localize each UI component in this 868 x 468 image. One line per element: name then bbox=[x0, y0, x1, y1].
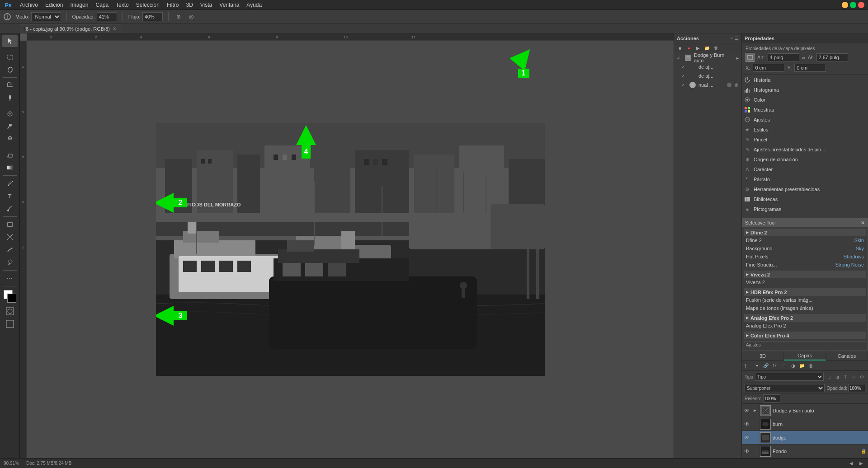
panel-item-pincel[interactable]: ✎ Pincel bbox=[742, 135, 868, 145]
panel-item-muestras[interactable]: Muestras bbox=[742, 105, 868, 115]
st-hdr-title[interactable]: ▸ HDR Efex Pro 2 bbox=[744, 288, 866, 296]
layer-vis-icon-dodge[interactable]: 👁 bbox=[744, 435, 750, 441]
filter-pixel-icon[interactable]: □ bbox=[826, 373, 833, 380]
panel-item-color[interactable]: Color bbox=[742, 95, 868, 105]
filter-select[interactable]: Tipo bbox=[755, 373, 824, 381]
layers-filter-type[interactable]: ▾ bbox=[753, 362, 761, 370]
panel-item-origen[interactable]: ⊕ Origen de clonación bbox=[742, 154, 868, 164]
panel-item-histograma[interactable]: Histograma bbox=[742, 85, 868, 95]
mode-select[interactable]: Normal bbox=[31, 12, 61, 21]
selective-tool-header[interactable]: Selective Tool ✕ bbox=[742, 219, 868, 227]
menu-texto[interactable]: Texto bbox=[112, 1, 132, 9]
menu-edicion[interactable]: Edición bbox=[42, 1, 66, 9]
menu-vista[interactable]: Vista bbox=[197, 1, 216, 9]
st-hdr-row-0[interactable]: Fusión (serie de varias imág... bbox=[744, 296, 866, 304]
action-delete-icon[interactable]: 🗑 bbox=[734, 83, 739, 88]
opacity-value-input[interactable] bbox=[848, 384, 865, 392]
action-item-1[interactable]: ✓ de aj... bbox=[674, 62, 741, 71]
layer-vis-icon-burn[interactable]: 👁 bbox=[744, 421, 750, 427]
st-section-dfine2-title[interactable]: ▸ Dfine 2 bbox=[744, 229, 866, 236]
layer-group-dodge-burn[interactable]: 👁 Dodge y Burn auto bbox=[742, 404, 868, 417]
panel-item-ajustes[interactable]: Ajustes bbox=[742, 115, 868, 125]
panel-item-historia[interactable]: Historia bbox=[742, 75, 868, 85]
more-tools[interactable]: ··· bbox=[2, 272, 18, 284]
layers-fx-icon[interactable]: fx bbox=[771, 362, 779, 370]
action-group-dodge-burn[interactable]: ✓ □ Dodge y Burn auto ▸ bbox=[674, 53, 741, 62]
menu-seleccion[interactable]: Selección bbox=[132, 1, 163, 9]
acciones-menu-icon[interactable]: ☰ bbox=[735, 36, 739, 41]
statusbar-arrow-left[interactable]: ◀ bbox=[848, 460, 854, 467]
pen-tool[interactable] bbox=[2, 178, 18, 189]
text-tool[interactable]: T bbox=[2, 190, 18, 202]
action-item-3[interactable]: ✓ nual ... 🗑 bbox=[674, 80, 741, 89]
statusbar-arrow-right[interactable]: ▶ bbox=[858, 460, 864, 467]
layer-vis-icon-group[interactable]: 👁 bbox=[744, 407, 750, 414]
panel-item-ajustes-preest[interactable]: ✎ Ajustes preestablecidos de pin... bbox=[742, 145, 868, 154]
al-input[interactable] bbox=[816, 53, 848, 61]
minimize-button[interactable] bbox=[842, 2, 848, 8]
brush-options-icon[interactable]: ⊕ bbox=[174, 12, 183, 21]
smudge-tool[interactable] bbox=[2, 244, 18, 256]
st-colorefex-title[interactable]: ▸ Color Efex Pro 4 bbox=[744, 332, 866, 339]
acc-record-btn[interactable]: ● bbox=[685, 44, 693, 52]
panel-item-pictogramas[interactable]: ◈ Pictogramas bbox=[742, 204, 868, 214]
menu-ventana[interactable]: Ventana bbox=[216, 1, 243, 9]
move-tool[interactable] bbox=[2, 35, 18, 47]
st-viveza2-row-0[interactable]: Viveza 2 bbox=[744, 278, 866, 286]
filter-shape-icon[interactable]: ◇ bbox=[850, 373, 857, 380]
path-tool[interactable] bbox=[2, 203, 18, 215]
fill-value-input[interactable] bbox=[763, 394, 780, 402]
panel-item-caracter[interactable]: A Carácter bbox=[742, 164, 868, 174]
st-hdr-row-1[interactable]: Mapa de tonos (imagen única) bbox=[744, 304, 866, 312]
x-input[interactable] bbox=[753, 64, 784, 72]
menu-archivo[interactable]: Archivo bbox=[16, 1, 42, 9]
dodge-tool[interactable] bbox=[2, 257, 18, 268]
menu-filtro[interactable]: Filtro bbox=[163, 1, 183, 9]
crop-tool[interactable] bbox=[2, 80, 18, 91]
selective-tool-close-icon[interactable]: ✕ bbox=[861, 220, 865, 226]
layer-burn[interactable]: 👁 burn bbox=[742, 417, 868, 431]
menu-ayuda[interactable]: Ayuda bbox=[243, 1, 265, 9]
filter-adj-icon[interactable]: ◑ bbox=[834, 373, 841, 380]
transform-tool[interactable] bbox=[2, 231, 18, 243]
filter-smart-icon[interactable]: ⚙ bbox=[858, 373, 865, 380]
layers-folder-icon[interactable]: 📁 bbox=[798, 362, 806, 370]
layers-link-icon[interactable]: 🔗 bbox=[762, 362, 770, 370]
flow-input[interactable] bbox=[142, 12, 163, 21]
st-dfine2-row-0[interactable]: Dfine 2 Skin bbox=[744, 236, 866, 244]
lasso-tool[interactable] bbox=[2, 64, 18, 75]
screen-mode-tool[interactable] bbox=[2, 318, 18, 330]
layer-expand-icon[interactable] bbox=[752, 408, 758, 413]
layer-dodge[interactable]: 👁 dodge bbox=[742, 431, 868, 445]
y-input[interactable] bbox=[794, 64, 826, 72]
panel-item-bibliotecas[interactable]: Bibliotecas bbox=[742, 194, 868, 204]
quick-mask-tool[interactable] bbox=[2, 305, 18, 317]
menu-capa[interactable]: Capa bbox=[92, 1, 112, 9]
st-viveza2-title[interactable]: ▸ Viveza 2 bbox=[744, 271, 866, 278]
document-tab[interactable]: I8 - copia.jpg al 90,9% (dodge, RGB/8) ✕ bbox=[20, 24, 121, 33]
filter-text-icon[interactable]: T bbox=[842, 373, 849, 380]
st-dfine2-row-3[interactable]: Fine Structu... Strong Noise bbox=[744, 261, 866, 269]
layers-adj-icon[interactable]: ◑ bbox=[789, 362, 797, 370]
menu-imagen[interactable]: Imagen bbox=[66, 1, 92, 9]
shape-tool[interactable] bbox=[2, 219, 18, 230]
eraser-tool[interactable] bbox=[2, 149, 18, 161]
st-dfine2-row-1[interactable]: Background Sky bbox=[744, 244, 866, 253]
clone-stamp-tool[interactable] bbox=[2, 133, 18, 145]
panel-item-estilos[interactable]: ★ Estilos bbox=[742, 125, 868, 135]
action-expand-icon[interactable]: ▸ bbox=[736, 56, 739, 61]
st-dfine2-row-2[interactable]: Hot Pixels Shadows bbox=[744, 253, 866, 261]
eyedropper-tool[interactable] bbox=[2, 92, 18, 104]
airbrush-icon[interactable]: ◎ bbox=[187, 12, 196, 21]
healing-brush-tool[interactable] bbox=[2, 108, 18, 120]
panel-item-parrafo[interactable]: ¶ Párrafo bbox=[742, 174, 868, 184]
st-analog-title[interactable]: ▸ Analog Efex Pro 2 bbox=[744, 314, 866, 322]
layers-mask-icon[interactable]: □ bbox=[780, 362, 788, 370]
brush-tool[interactable] bbox=[2, 121, 18, 132]
acc-stop-btn[interactable]: ■ bbox=[676, 44, 684, 52]
layer-vis-icon-fondo[interactable]: 👁 bbox=[744, 448, 750, 454]
layer-fondo[interactable]: 👁 Fondo 🔒 bbox=[742, 445, 868, 458]
blend-mode-select[interactable]: Superponer bbox=[745, 384, 825, 392]
tab-canales[interactable]: Canales bbox=[826, 351, 868, 360]
tab-capas[interactable]: Capas bbox=[784, 351, 826, 360]
